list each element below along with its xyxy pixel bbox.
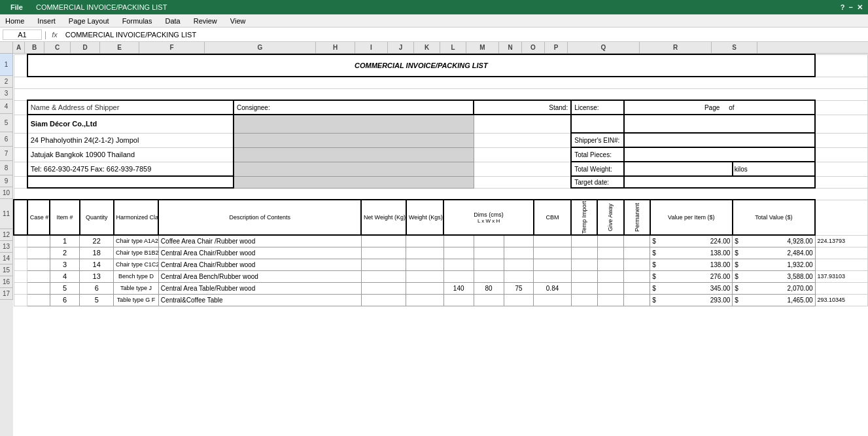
row-num-3[interactable]: 3 xyxy=(0,88,13,100)
col-header-a[interactable]: A xyxy=(13,42,25,53)
row-num-16[interactable]: 16 xyxy=(0,276,13,288)
desc-3: Central Area Chair/Rubber wood xyxy=(158,259,361,270)
consignee-row7[interactable] xyxy=(234,147,474,162)
col-header-s[interactable]: S xyxy=(712,42,757,53)
col-item: Item # xyxy=(50,200,80,235)
row-num-12[interactable]: 12 xyxy=(0,229,13,241)
row-num-17[interactable]: 17 xyxy=(0,288,13,300)
file-menu[interactable]: File xyxy=(5,2,28,12)
col-header-h[interactable]: H xyxy=(316,42,355,53)
cell-s1[interactable] xyxy=(815,54,867,77)
cell-s9 xyxy=(815,176,867,188)
harm-1: Chair type A1A2 xyxy=(114,235,159,247)
row-num-6[interactable]: 6 xyxy=(0,132,13,147)
col-temp-import: Temp Import xyxy=(571,200,597,235)
close-icon[interactable]: ✕ xyxy=(857,3,863,12)
col-header-r[interactable]: R xyxy=(640,42,712,53)
col-header-q[interactable]: Q xyxy=(568,42,640,53)
row-num-15[interactable]: 15 xyxy=(0,264,13,276)
col-header-b[interactable]: B xyxy=(25,42,44,53)
menu-review[interactable]: Review xyxy=(191,16,220,26)
col-total-value: Total Value ($) xyxy=(733,200,815,235)
case-3 xyxy=(27,259,50,270)
col-header-g[interactable]: G xyxy=(205,42,316,53)
formula-input[interactable] xyxy=(63,30,865,39)
weight-5 xyxy=(406,282,443,294)
totalweight-value[interactable] xyxy=(624,162,733,176)
row-num-10[interactable]: 10 xyxy=(0,187,13,199)
col-header-d[interactable]: D xyxy=(71,42,100,53)
totalpieces-value[interactable] xyxy=(624,147,816,162)
ein-value[interactable] xyxy=(624,133,816,147)
targetdate-value[interactable] xyxy=(624,176,816,188)
menu-formulas[interactable]: Formulas xyxy=(120,16,155,26)
title-bar: File COMMERCIAL INVOICE/PACKING LIST ? −… xyxy=(0,0,868,14)
col-header-n[interactable]: N xyxy=(499,42,522,53)
col-header-i[interactable]: I xyxy=(355,42,388,53)
row-num-1[interactable]: 1 xyxy=(0,54,13,76)
extra-3 xyxy=(815,259,867,270)
qty-1: 22 xyxy=(80,235,114,247)
col-description: Description of Contents xyxy=(158,200,361,235)
total-1: $ 4,928.00 xyxy=(733,235,815,247)
row-num-4[interactable]: 4 xyxy=(0,100,13,114)
shipper-name: Siam Décor Co.,Ltd xyxy=(27,115,234,133)
cell-s6 xyxy=(815,133,867,147)
license-value[interactable] xyxy=(571,115,623,133)
grid-content: COMMERCIAL INVOICE/PACKING LIST Na xyxy=(13,54,868,436)
stand-value[interactable] xyxy=(474,115,571,133)
menu-view[interactable]: View xyxy=(228,16,249,26)
cell-a13 xyxy=(14,247,27,259)
row-num-8[interactable]: 8 xyxy=(0,161,13,175)
page-value[interactable] xyxy=(624,115,816,133)
col-header-k[interactable]: K xyxy=(414,42,440,53)
col-header-e[interactable]: E xyxy=(100,42,139,53)
net-1 xyxy=(361,235,406,247)
menu-home[interactable]: Home xyxy=(3,16,27,26)
net-2 xyxy=(361,247,406,259)
col-header-m[interactable]: M xyxy=(466,42,499,53)
row-2 xyxy=(14,77,868,88)
stand-label: Stand: xyxy=(474,100,571,115)
cell-s7 xyxy=(815,147,867,162)
menu-insert[interactable]: Insert xyxy=(35,16,58,26)
menu-data[interactable]: Data xyxy=(162,16,182,26)
qty-6: 5 xyxy=(80,294,114,306)
consignee-value[interactable] xyxy=(234,115,474,133)
row-num-11[interactable]: 11 xyxy=(0,199,13,229)
col-header-f[interactable]: F xyxy=(139,42,205,53)
col-header-o[interactable]: O xyxy=(522,42,545,53)
row-num-5[interactable]: 5 xyxy=(0,114,13,132)
row-num-2[interactable]: 2 xyxy=(0,76,13,88)
col-header-j[interactable]: J xyxy=(388,42,414,53)
consignee-row6[interactable] xyxy=(234,133,474,147)
ti-3 xyxy=(571,259,597,270)
shipper-address1: 24 Phaholyothin 24(2-1-2) Jompol xyxy=(27,133,234,147)
col-header-p[interactable]: P xyxy=(545,42,568,53)
menu-bar: Home Insert Page Layout Formulas Data Re… xyxy=(0,14,868,27)
cell-a11 xyxy=(14,200,27,235)
col-header-l[interactable]: L xyxy=(440,42,466,53)
row-10 xyxy=(14,188,868,200)
harm-4: Bench type D xyxy=(114,270,159,282)
consignee-row9[interactable] xyxy=(234,176,474,188)
consignee-row8[interactable] xyxy=(234,162,474,176)
cell-a1[interactable] xyxy=(14,54,27,77)
net-5 xyxy=(361,282,406,294)
menu-pagelayout[interactable]: Page Layout xyxy=(66,16,112,26)
col-header-c[interactable]: C xyxy=(44,42,71,53)
cell-title: COMMERCIAL INVOICE/PACKING LIST xyxy=(27,54,815,77)
w-1 xyxy=(474,235,504,247)
ga-3 xyxy=(597,259,623,270)
row-4: Name & Address of Shipper Consignee: Sta… xyxy=(14,100,868,115)
minimize-icon[interactable]: − xyxy=(849,3,853,12)
cell-reference[interactable] xyxy=(3,29,42,40)
help-icon[interactable]: ? xyxy=(841,3,845,12)
row-num-9[interactable]: 9 xyxy=(0,175,13,187)
row-7: Jatujak Bangkok 10900 Thailand Total Pie… xyxy=(14,147,868,162)
cell-a9 xyxy=(14,176,27,188)
row-num-13[interactable]: 13 xyxy=(0,241,13,253)
table-row-4: 4 13 Bench type D Central Area Bench/Rub… xyxy=(14,270,868,282)
row-num-14[interactable]: 14 xyxy=(0,253,13,264)
row-num-7[interactable]: 7 xyxy=(0,147,13,161)
